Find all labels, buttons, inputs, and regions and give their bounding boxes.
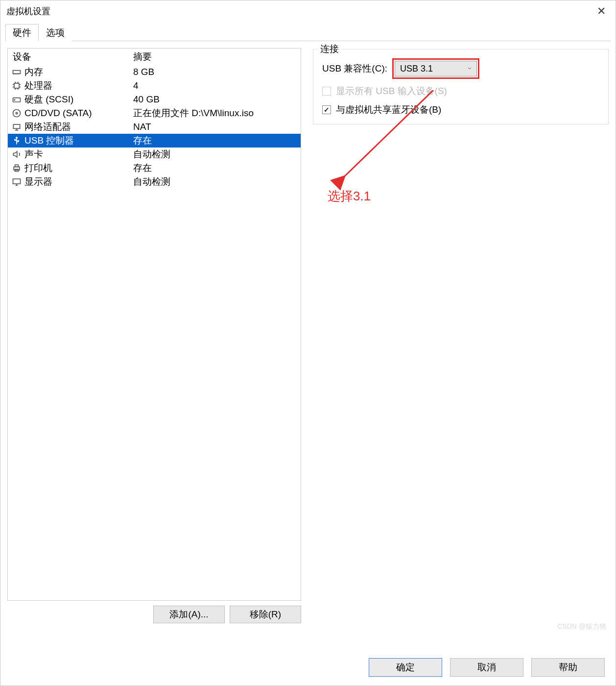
- titlebar: 虚拟机设置 ✕: [0, 0, 616, 22]
- tab-options[interactable]: 选项: [39, 24, 72, 41]
- memory-icon: [11, 66, 23, 78]
- tab-hardware[interactable]: 硬件: [5, 24, 39, 41]
- device-summary: 自动检测: [133, 148, 298, 161]
- device-summary: 存在: [133, 162, 298, 174]
- svg-point-3: [14, 99, 15, 100]
- ok-button[interactable]: 确定: [369, 658, 442, 677]
- device-row-cd[interactable]: CD/DVD (SATA) 正在使用文件 D:\VM\linux.iso: [8, 106, 301, 120]
- device-row-display[interactable]: 显示器 自动检测: [8, 175, 301, 189]
- device-name: 硬盘 (SCSI): [24, 93, 133, 106]
- display-icon: [11, 176, 23, 188]
- device-summary: 8 GB: [133, 67, 298, 77]
- device-row-memory[interactable]: 内存 8 GB: [8, 65, 301, 79]
- dialog-body: 设备 摘要 内存 8 GB 处理器 4 硬盘 (SCSI) 40 GB: [0, 41, 616, 650]
- cd-icon: [11, 107, 23, 119]
- usb-compat-row: USB 兼容性(C): USB 3.1: [322, 58, 599, 79]
- show-all-usb-checkbox: [322, 87, 331, 96]
- annotation-text: 选择3.1: [328, 188, 371, 205]
- annotation-highlight-box: USB 3.1: [392, 58, 479, 79]
- cpu-icon: [11, 80, 23, 92]
- add-device-button[interactable]: 添加(A)...: [153, 606, 225, 623]
- device-name: 打印机: [24, 162, 133, 174]
- svg-rect-0: [13, 71, 21, 74]
- svg-rect-6: [13, 124, 20, 128]
- left-pane: 设备 摘要 内存 8 GB 处理器 4 硬盘 (SCSI) 40 GB: [7, 48, 301, 650]
- sound-icon: [11, 148, 23, 160]
- tab-spacer: [72, 24, 611, 41]
- usb-compat-value: USB 3.1: [400, 64, 433, 74]
- device-name: 网络适配器: [24, 121, 133, 133]
- device-list-header: 设备 摘要: [8, 49, 301, 65]
- device-name: USB 控制器: [24, 134, 133, 147]
- share-bluetooth-label: 与虚拟机共享蓝牙设备(B): [336, 103, 441, 116]
- device-name: 处理器: [24, 79, 133, 92]
- usb-compat-select[interactable]: USB 3.1: [395, 61, 477, 76]
- chevron-down-icon: [467, 64, 473, 74]
- device-summary: 存在: [133, 134, 298, 147]
- device-name: 声卡: [24, 148, 133, 161]
- svg-point-7: [15, 139, 16, 140]
- usb-compat-label: USB 兼容性(C):: [322, 62, 387, 75]
- show-all-usb-label: 显示所有 USB 输入设备(S): [336, 85, 447, 98]
- hdd-icon: [11, 94, 23, 105]
- device-row-cpu[interactable]: 处理器 4: [8, 79, 301, 93]
- vm-settings-window: 虚拟机设置 ✕ 硬件 选项 设备 摘要 内存 8 GB 处理器: [0, 0, 616, 686]
- col-header-summary: 摘要: [133, 50, 298, 63]
- close-button[interactable]: ✕: [593, 3, 610, 20]
- printer-icon: [11, 162, 23, 174]
- connection-fieldset: 连接 USB 兼容性(C): USB 3.1 显示所有 USB 输入设备(S): [313, 49, 609, 124]
- device-row-printer[interactable]: 打印机 存在: [8, 161, 301, 175]
- device-row-sound[interactable]: 声卡 自动检测: [8, 147, 301, 161]
- device-list: 设备 摘要 内存 8 GB 处理器 4 硬盘 (SCSI) 40 GB: [7, 48, 301, 601]
- device-row-usb[interactable]: USB 控制器 存在: [8, 134, 301, 147]
- show-all-usb-row: 显示所有 USB 输入设备(S): [322, 85, 599, 98]
- device-row-network[interactable]: 网络适配器 NAT: [8, 120, 301, 134]
- share-bluetooth-row: 与虚拟机共享蓝牙设备(B): [322, 103, 599, 116]
- usb-icon: [11, 135, 23, 147]
- svg-rect-10: [15, 165, 19, 167]
- right-pane: 连接 USB 兼容性(C): USB 3.1 显示所有 USB 输入设备(S): [313, 48, 609, 650]
- window-title: 虚拟机设置: [6, 5, 593, 17]
- device-summary: NAT: [133, 122, 298, 132]
- cancel-button[interactable]: 取消: [450, 658, 523, 677]
- svg-point-5: [16, 112, 17, 114]
- device-name: 显示器: [24, 175, 133, 188]
- connection-legend: 连接: [317, 43, 342, 55]
- device-summary: 40 GB: [133, 94, 298, 105]
- svg-point-4: [13, 110, 21, 117]
- device-summary: 正在使用文件 D:\VM\linux.iso: [133, 107, 298, 120]
- device-name: 内存: [24, 66, 133, 78]
- remove-device-button[interactable]: 移除(R): [230, 606, 301, 623]
- network-icon: [11, 121, 23, 133]
- device-name: CD/DVD (SATA): [24, 108, 133, 119]
- svg-rect-8: [18, 141, 19, 142]
- svg-rect-12: [13, 179, 21, 184]
- device-summary: 自动检测: [133, 175, 298, 188]
- tab-bar: 硬件 选项: [0, 22, 616, 41]
- svg-rect-1: [14, 83, 19, 88]
- share-bluetooth-checkbox[interactable]: [322, 105, 331, 114]
- device-buttons: 添加(A)... 移除(R): [7, 601, 301, 630]
- help-button[interactable]: 帮助: [531, 658, 605, 677]
- dialog-footer: 确定 取消 帮助: [0, 650, 616, 686]
- device-row-hdd[interactable]: 硬盘 (SCSI) 40 GB: [8, 93, 301, 106]
- col-header-device: 设备: [13, 50, 133, 63]
- device-summary: 4: [133, 80, 298, 91]
